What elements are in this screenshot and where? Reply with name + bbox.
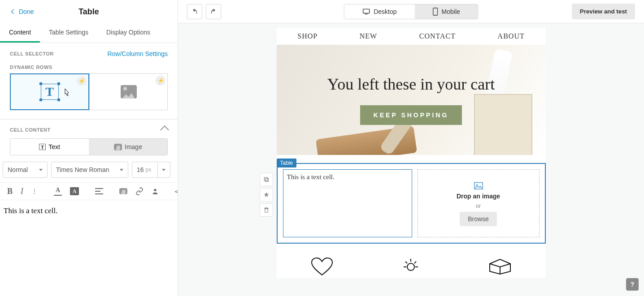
insert-image-button[interactable] [119, 186, 127, 196]
font-size-value: 16 [137, 166, 144, 173]
drop-image-label: Drop an image [457, 193, 500, 200]
content-type-segment: T Text Image [10, 138, 168, 155]
undo-icon [191, 8, 198, 15]
svg-rect-3 [264, 177, 267, 180]
canvas-area: Desktop Mobile Preview and test SHOP NEW… [178, 0, 644, 296]
table-cells: This is a text cell. Drop an image or Br… [277, 163, 546, 244]
cell-selector-label: CELL SELECTOR [10, 51, 54, 56]
dynamic-cell-text[interactable]: T ⚡ [10, 73, 89, 110]
collapse-icon[interactable] [160, 125, 169, 134]
paragraph-style-value: Normal [8, 166, 28, 173]
dynamic-rows-grid: T ⚡ ⚡ [0, 73, 178, 119]
tab-table-settings[interactable]: Table Settings [40, 23, 97, 43]
text-cell-icon: T [41, 84, 59, 100]
help-button[interactable]: ? [626, 278, 639, 291]
trash-icon [263, 207, 270, 213]
undo-button[interactable] [187, 4, 202, 19]
more-format-button[interactable]: ⋮ [31, 186, 38, 196]
done-label: Done [19, 8, 34, 15]
table-image-cell[interactable]: Drop an image or Browse [418, 169, 540, 237]
background-color-button[interactable]: A [70, 186, 79, 196]
tab-content[interactable]: Content [0, 23, 40, 43]
done-button[interactable]: Done [9, 8, 34, 15]
font-family-value: Times New Roman [56, 166, 109, 173]
star-icon [263, 192, 270, 198]
device-mobile[interactable]: Mobile [415, 4, 478, 19]
nav-contact[interactable]: CONTACT [419, 32, 456, 40]
delete-button[interactable] [260, 203, 273, 217]
link-icon [135, 187, 144, 195]
insert-person-button[interactable] [152, 186, 159, 196]
box-icon [489, 257, 511, 278]
table-block[interactable]: Table This is a text cell. [277, 163, 546, 244]
lightning-icon: ⚡ [77, 76, 87, 86]
device-preview-segment: Desktop Mobile [344, 4, 479, 19]
svg-rect-2 [433, 8, 438, 15]
image-type-icon [114, 144, 122, 150]
device-mobile-label: Mobile [442, 8, 460, 15]
nav-new[interactable]: NEW [360, 32, 377, 40]
table-text-cell[interactable]: This is a text cell. [283, 169, 412, 237]
svg-rect-1 [363, 9, 369, 13]
canvas-scroll[interactable]: SHOP NEW CONTACT ABOUT You left these in… [178, 23, 644, 296]
content-type-text-label: Text [48, 143, 60, 150]
italic-button[interactable]: I [21, 186, 23, 196]
image-placeholder-icon [474, 181, 483, 190]
hero-cta-button[interactable]: KEEP SHOPPING [360, 105, 462, 125]
desktop-icon [362, 9, 370, 15]
editor-sidebar: Done Table Content Table Settings Displa… [0, 0, 178, 296]
text-type-icon: T [39, 144, 46, 150]
redo-icon [210, 8, 217, 15]
svg-line-9 [405, 262, 407, 263]
browse-button[interactable]: Browse [460, 212, 497, 226]
text-color-button[interactable]: A [54, 186, 62, 196]
device-desktop[interactable]: Desktop [344, 4, 414, 19]
tab-display-options[interactable]: Display Options [97, 23, 159, 43]
image-cell-icon [121, 85, 137, 99]
duplicate-button[interactable] [260, 173, 273, 186]
email-nav: SHOP NEW CONTACT ABOUT [277, 28, 546, 45]
svg-point-7 [407, 263, 414, 270]
redo-button[interactable] [206, 4, 221, 19]
svg-point-0 [154, 189, 156, 191]
dynamic-cell-image[interactable]: ⚡ [89, 73, 168, 110]
sidebar-title: Table [78, 7, 99, 17]
align-icon [95, 188, 103, 194]
cell-content-label: CELL CONTENT [10, 127, 51, 133]
hero-decor [474, 94, 532, 155]
hero-title: You left these in your cart [327, 75, 495, 94]
svg-rect-4 [265, 179, 268, 182]
favorite-button[interactable] [260, 188, 273, 202]
content-type-text[interactable]: T Text [10, 139, 89, 155]
font-size-input[interactable]: 16 px [132, 162, 158, 178]
copy-icon [263, 176, 270, 183]
bold-button[interactable]: B [7, 186, 13, 196]
insert-link-button[interactable] [135, 186, 144, 196]
nav-about[interactable]: ABOUT [498, 32, 525, 40]
text-editor[interactable]: This is a text cell. [0, 200, 178, 222]
nav-shop[interactable]: SHOP [297, 32, 318, 40]
device-desktop-label: Desktop [374, 8, 396, 15]
text-format-toolbar: B I ⋮ A A </> [0, 182, 178, 200]
preview-test-button[interactable]: Preview and test [572, 4, 635, 19]
content-type-image-label: Image [125, 143, 142, 150]
lightning-icon: ⚡ [156, 76, 165, 86]
hero-section[interactable]: You left these in your cart KEEP SHOPPIN… [277, 45, 546, 155]
paragraph-style-select[interactable]: Normal [3, 162, 48, 178]
mobile-icon [433, 8, 438, 16]
person-icon [152, 188, 159, 195]
block-side-tools [260, 173, 273, 217]
table-badge: Table [277, 159, 297, 167]
svg-line-10 [414, 262, 416, 263]
dynamic-rows-label: DYNAMIC ROWS [0, 64, 178, 73]
drop-or-label: or [476, 202, 481, 209]
sidebar-tabs: Content Table Settings Display Options [0, 23, 178, 43]
row-column-settings-link[interactable]: Row/Column Settings [107, 50, 168, 57]
font-family-select[interactable]: Times New Roman [51, 162, 128, 178]
font-size-dropdown[interactable] [158, 162, 170, 178]
align-button[interactable] [95, 186, 103, 196]
font-size-unit: px [146, 167, 152, 173]
lightbulb-icon [402, 257, 420, 278]
feature-icons-row [277, 244, 546, 278]
content-type-image[interactable]: Image [89, 139, 167, 155]
